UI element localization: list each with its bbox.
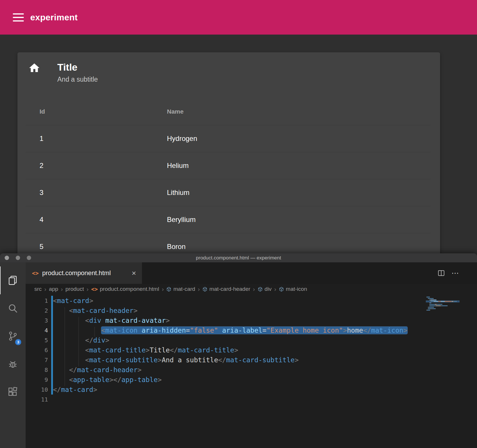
- breadcrumb-item[interactable]: mat-card-header: [202, 286, 250, 292]
- breadcrumb-separator: ›: [61, 286, 63, 293]
- line-number: 9: [26, 375, 48, 385]
- breadcrumb-separator: ›: [253, 286, 255, 293]
- activity-bar: 3: [0, 262, 26, 448]
- card-subtitle: And a subtitle: [57, 76, 98, 83]
- line-number: 1: [26, 296, 48, 306]
- code-line[interactable]: 4<mat-icon aria-hidden="false" aria-labe…: [26, 325, 477, 335]
- split-editor-icon[interactable]: [437, 269, 445, 277]
- breadcrumb-item[interactable]: product: [65, 286, 84, 292]
- traffic-light-minimize[interactable]: [16, 256, 20, 260]
- tab-label: product.component.html: [42, 269, 111, 277]
- minimap-line: [426, 307, 459, 308]
- breadcrumb-separator: ›: [86, 286, 88, 293]
- code-text: </mat-card>: [53, 385, 97, 395]
- app-toolbar: experiment: [0, 0, 477, 35]
- search-icon: [8, 303, 18, 313]
- minimap[interactable]: [426, 297, 459, 313]
- traffic-light-close[interactable]: [5, 256, 9, 260]
- breadcrumb-label: div: [265, 286, 272, 292]
- more-actions-icon[interactable]: ⋯: [451, 269, 460, 278]
- breadcrumb-item[interactable]: div: [258, 286, 272, 292]
- traffic-light-zoom[interactable]: [27, 256, 31, 260]
- activity-item-extensions[interactable]: [0, 378, 26, 406]
- breadcrumb-separator: ›: [198, 286, 200, 293]
- breadcrumb-label: app: [49, 286, 58, 292]
- code-icon: <>: [91, 286, 98, 292]
- window-title: product.component.html — experiment: [196, 255, 281, 261]
- breadcrumb-item[interactable]: mat-card: [166, 286, 195, 292]
- activity-item-explorer[interactable]: [0, 266, 26, 294]
- code-line[interactable]: 9<app-table></app-table>: [26, 375, 477, 385]
- code-text: <app-table></app-table>: [53, 375, 162, 385]
- breadcrumb-item[interactable]: app: [49, 286, 58, 292]
- breadcrumb-item[interactable]: mat-icon: [279, 286, 307, 292]
- titlebar[interactable]: product.component.html — experiment: [0, 253, 477, 262]
- column-header: Id: [26, 108, 153, 115]
- tab-product-component-html[interactable]: <> product.component.html ×: [26, 262, 142, 284]
- code-text: </div>: [53, 335, 109, 345]
- card-title: Title: [57, 61, 98, 73]
- line-number: 10: [26, 385, 48, 395]
- breadcrumb-label: product.component.html: [100, 286, 159, 292]
- minimap-line: [426, 304, 459, 305]
- app-title: experiment: [30, 12, 78, 22]
- line-number: 6: [26, 345, 48, 355]
- symbol-cube-icon: [279, 287, 284, 292]
- breadcrumb-label: mat-card: [173, 286, 195, 292]
- table-cell: Boron: [153, 243, 431, 251]
- mat-card: Title And a subtitle IdName 1Hydrogen2He…: [17, 52, 440, 276]
- table-cell: Lithium: [153, 189, 431, 197]
- breadcrumb-separator: ›: [274, 286, 276, 293]
- code-text: <mat-card-subtitle>And a subtitle</mat-c…: [53, 355, 299, 365]
- line-number: 2: [26, 306, 48, 316]
- line-number: 5: [26, 335, 48, 345]
- table-cell: 3: [26, 189, 153, 197]
- code-line[interactable]: 6<mat-card-title>Title</mat-card-title>: [26, 345, 477, 355]
- minimap-line: [426, 297, 459, 298]
- code-line[interactable]: 11: [26, 395, 477, 404]
- minimap-line: [426, 300, 459, 300]
- activity-item-source-control[interactable]: 3: [0, 322, 26, 350]
- home-icon: [28, 62, 40, 74]
- table-row: 4Beryllium: [26, 206, 431, 233]
- column-header: Name: [153, 108, 431, 115]
- breadcrumb-label: mat-icon: [286, 286, 307, 292]
- code-line[interactable]: 10</mat-card>: [26, 385, 477, 395]
- code-line[interactable]: 7<mat-card-subtitle>And a subtitle</mat-…: [26, 355, 477, 365]
- code-lines: 1<mat-card>2<mat-card-header>3<div mat-c…: [26, 296, 477, 404]
- code-text: <mat-card-header>: [53, 306, 138, 316]
- editor[interactable]: 1<mat-card>2<mat-card-header>3<div mat-c…: [26, 294, 477, 448]
- code-text: <mat-icon aria-hidden="false" aria-label…: [53, 325, 407, 335]
- html-file-icon: <>: [32, 270, 39, 276]
- breadcrumb-bar: src›app›product›<>product.component.html…: [26, 284, 477, 294]
- breadcrumb-separator: ›: [162, 286, 164, 293]
- minimap-line: [426, 298, 459, 299]
- code-line[interactable]: 1<mat-card>: [26, 296, 477, 306]
- vscode-window: product.component.html — experiment: [0, 253, 477, 448]
- line-number: 11: [26, 395, 48, 404]
- breadcrumb-item[interactable]: <>product.component.html: [91, 286, 159, 292]
- line-number: 7: [26, 355, 48, 365]
- code-line[interactable]: 3<div mat-card-avatar>: [26, 316, 477, 325]
- table-row: 2Helium: [26, 152, 431, 179]
- elements-table: IdName 1Hydrogen2Helium3Lithium4Berylliu…: [26, 98, 431, 260]
- table-cell: 1: [26, 135, 153, 143]
- minimap-line: [426, 301, 459, 302]
- minimap-line: [426, 310, 459, 311]
- code-text: </mat-card-header>: [53, 365, 142, 375]
- files-icon: [8, 275, 18, 286]
- table-body: 1Hydrogen2Helium3Lithium4Beryllium5Boron: [26, 125, 431, 260]
- code-line[interactable]: 2<mat-card-header>: [26, 306, 477, 316]
- activity-item-debug[interactable]: [0, 350, 26, 378]
- menu-icon[interactable]: [13, 13, 24, 21]
- table-cell: Helium: [153, 162, 431, 170]
- tab-close-icon[interactable]: ×: [132, 269, 136, 277]
- breadcrumb-item[interactable]: src: [34, 286, 42, 292]
- minimap-line: [426, 305, 459, 306]
- code-text: <mat-card>: [53, 296, 93, 306]
- code-line[interactable]: 8</mat-card-header>: [26, 365, 477, 375]
- activity-item-search[interactable]: [0, 294, 26, 322]
- breadcrumb-separator: ›: [44, 286, 46, 293]
- table-cell: 4: [26, 216, 153, 224]
- code-line[interactable]: 5</div>: [26, 335, 477, 345]
